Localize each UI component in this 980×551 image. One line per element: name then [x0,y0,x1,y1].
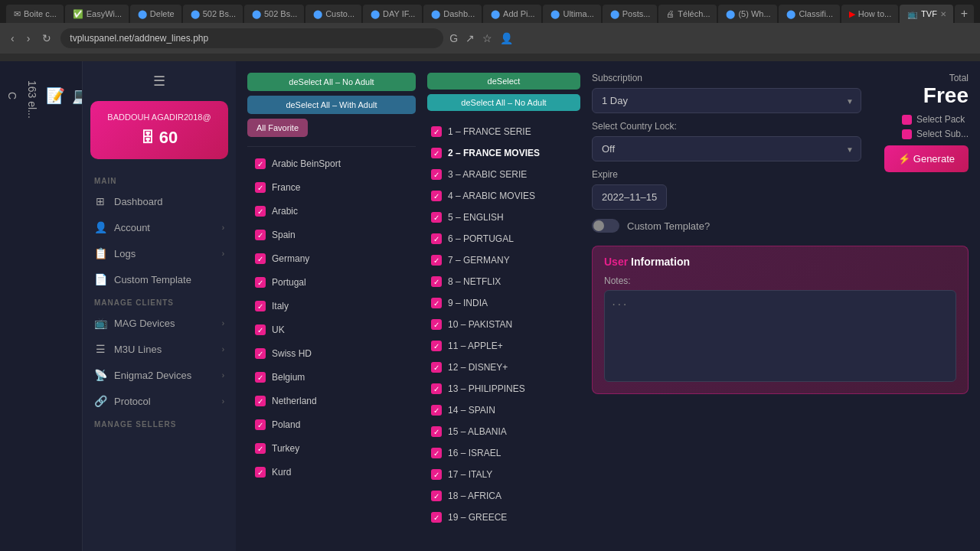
channel-checkbox-germany[interactable]: ✓ [255,253,266,264]
sidebar-item-enigma2[interactable]: 📡 Enigma2 Devices › [83,362,236,388]
tab-5wh[interactable]: ⬤(5) Wh... [718,5,777,23]
pack-checkbox-2[interactable] [902,129,912,139]
tab-day[interactable]: ⬤DAY IF... [363,5,422,23]
channel-checkbox-turkey[interactable]: ✓ [255,443,266,454]
deselect-all-with-adult-button[interactable]: deSelect All – With Adult [247,96,416,114]
channel-item-arabic[interactable]: ✓ Arabic [247,201,416,222]
channel-checkbox-uk[interactable]: ✓ [255,324,266,335]
numbered-item-8[interactable]: ✓ 8 – NETFLIX [427,272,580,291]
num-checkbox-9[interactable]: ✓ [431,298,442,308]
tab-new[interactable]: + [955,5,974,23]
num-checkbox-17[interactable]: ✓ [431,469,442,480]
all-favorite-button[interactable]: All Favorite [247,119,308,137]
deselect-button[interactable]: deSelect [427,73,580,90]
channel-item-belgium[interactable]: ✓ Belgium [247,367,416,388]
channel-checkbox-spain[interactable]: ✓ [255,230,266,240]
channel-item-uk[interactable]: ✓ UK [247,319,416,341]
num-checkbox-13[interactable]: ✓ [431,383,442,394]
tab-502-2[interactable]: ⬤502 Bs... [244,5,304,23]
tab-howto[interactable]: ▶How to... [841,5,898,23]
num-checkbox-2[interactable]: ✓ [431,148,442,158]
tab-addpi[interactable]: ⬤Add Pi... [483,5,541,23]
sidebar-item-mag-devices[interactable]: 📺 MAG Devices › [83,310,236,336]
country-lock-select[interactable]: Off France UK Spain Germany [592,136,861,161]
reload-button[interactable]: ↻ [39,32,54,44]
channel-checkbox-france[interactable]: ✓ [255,182,266,193]
subscription-select[interactable]: 1 Day 7 Days 1 Month 3 Months 6 Months 1… [592,88,861,113]
profile-icon[interactable]: 👤 [500,32,513,44]
num-checkbox-18[interactable]: ✓ [431,491,442,501]
bookmark-icon[interactable]: ☆ [482,32,492,44]
num-checkbox-10[interactable]: ✓ [431,319,442,330]
num-checkbox-14[interactable]: ✓ [431,405,442,416]
channel-item-netherland[interactable]: ✓ Netherland [247,390,416,412]
channel-checkbox-netherland[interactable]: ✓ [255,396,266,406]
numbered-item-12[interactable]: ✓ 12 – DISNEY+ [427,358,580,377]
num-checkbox-15[interactable]: ✓ [431,426,442,437]
tab-mail[interactable]: ✉Boite c... [6,5,64,23]
pack-checkbox-1[interactable] [902,115,912,125]
num-checkbox-1[interactable]: ✓ [431,126,442,137]
num-checkbox-5[interactable]: ✓ [431,212,442,223]
channel-checkbox-arabic[interactable]: ✓ [255,206,266,217]
num-checkbox-4[interactable]: ✓ [431,191,442,201]
channel-item-italy[interactable]: ✓ Italy [247,295,416,317]
num-checkbox-6[interactable]: ✓ [431,233,442,244]
channel-item-kurd[interactable]: ✓ Kurd [247,461,416,483]
channel-checkbox-arabic-beinsport[interactable]: ✓ [255,158,266,169]
tab-dash[interactable]: ⬤Dashb... [423,5,482,23]
sidebar-item-account[interactable]: 👤 Account › [83,214,236,240]
channel-checkbox-portugal[interactable]: ✓ [255,277,266,288]
channel-checkbox-italy[interactable]: ✓ [255,301,266,311]
generate-button[interactable]: ⚡ Generate [884,145,969,172]
numbered-item-7[interactable]: ✓ 7 – GERMANY [427,251,580,269]
sidebar-item-m3u-lines[interactable]: ☰ M3U Lines › [83,336,236,362]
channel-checkbox-swiss-hd[interactable]: ✓ [255,348,266,359]
channel-item-turkey[interactable]: ✓ Turkey [247,438,416,459]
menu-icon[interactable]: ☰ [153,73,165,90]
channel-item-swiss-hd[interactable]: ✓ Swiss HD [247,343,416,364]
tab-delete[interactable]: ⬤Delete [130,5,181,23]
tab-502-1[interactable]: ⬤502 Bs... [183,5,243,23]
tab-ultima[interactable]: ⬤Ultima... [543,5,600,23]
custom-template-toggle[interactable] [592,219,619,233]
tab-telech[interactable]: 🖨Téléch... [658,5,717,23]
extensions-icon[interactable]: G [449,32,458,44]
num-checkbox-8[interactable]: ✓ [431,276,442,287]
tab-custom[interactable]: ⬤Custo... [305,5,361,23]
num-checkbox-3[interactable]: ✓ [431,169,442,180]
numbered-item-19[interactable]: ✓ 19 – GREECE [427,508,580,527]
numbered-item-14[interactable]: ✓ 14 – SPAIN [427,401,580,419]
forward-button[interactable]: › [24,32,34,44]
numbered-item-1[interactable]: ✓ 1 – FRANCE SERIE [427,122,580,141]
num-checkbox-12[interactable]: ✓ [431,362,442,373]
address-bar[interactable]: tvpluspanel.net/addnew_lines.php [60,28,443,48]
notes-textarea[interactable] [604,290,956,382]
numbered-item-2[interactable]: ✓ 2 – FRANCE MOVIES [427,144,580,162]
channel-checkbox-poland[interactable]: ✓ [255,419,266,430]
tab-posts[interactable]: ⬤Posts... [603,5,658,23]
numbered-item-18[interactable]: ✓ 18 – AFRICA [427,487,580,505]
numbered-item-10[interactable]: ✓ 10 – PAKISTAN [427,315,580,334]
numbered-item-15[interactable]: ✓ 15 – ALBANIA [427,422,580,441]
channel-item-arabic-beinsport[interactable]: ✓ Arabic BeinSport [247,153,416,174]
channel-checkbox-kurd[interactable]: ✓ [255,467,266,478]
sidebar-item-logs[interactable]: 📋 Logs › [83,240,236,266]
sidebar-item-custom-template[interactable]: 📄 Custom Template [83,266,236,292]
channel-checkbox-belgium[interactable]: ✓ [255,372,266,383]
numbered-item-4[interactable]: ✓ 4 – ARABIC MOVIES [427,187,580,205]
numbered-item-6[interactable]: ✓ 6 – PORTUGAL [427,230,580,248]
tab-easywi[interactable]: ✅EasyWi... [65,5,129,23]
numbered-item-13[interactable]: ✓ 13 – PHILIPPINES [427,380,580,398]
numbered-item-9[interactable]: ✓ 9 – INDIA [427,294,580,312]
share-icon[interactable]: ↗ [466,32,475,44]
channel-item-portugal[interactable]: ✓ Portugal [247,272,416,293]
channel-item-germany[interactable]: ✓ Germany [247,248,416,269]
numbered-item-16[interactable]: ✓ 16 – ISRAEL [427,444,580,462]
numbered-item-5[interactable]: ✓ 5 – ENGLISH [427,208,580,227]
channel-item-spain[interactable]: ✓ Spain [247,224,416,246]
tab-tvf-active[interactable]: 📺TVF✕ [900,5,953,23]
tab-classif[interactable]: ⬤Classifi... [779,5,839,23]
numbered-item-17[interactable]: ✓ 17 – ITALY [427,465,580,484]
num-checkbox-16[interactable]: ✓ [431,448,442,458]
